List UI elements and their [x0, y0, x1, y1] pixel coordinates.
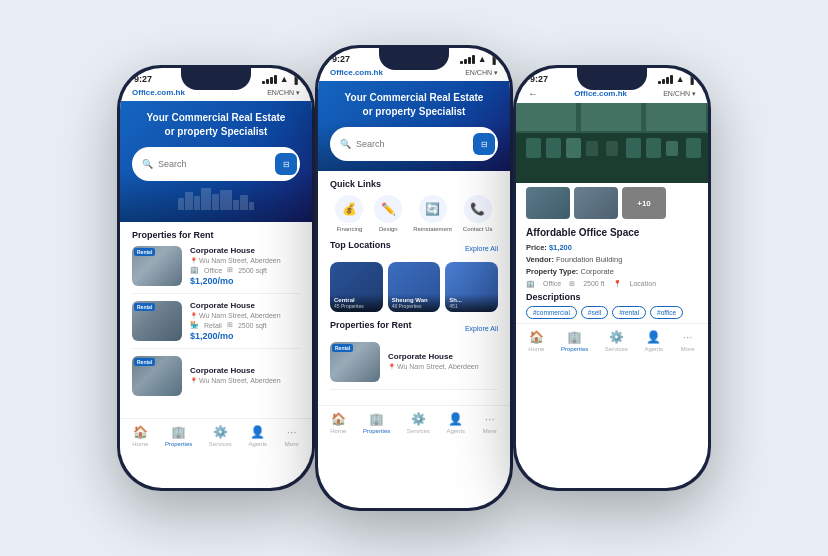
nav-services-right[interactable]: ⚙️ Services	[605, 329, 628, 352]
lang-selector-right[interactable]: EN/CHN ▾	[663, 90, 696, 98]
property-detail-image	[516, 103, 708, 183]
tag-office[interactable]: #office	[650, 306, 683, 319]
detail-type-value: Corporate	[580, 267, 613, 276]
wifi-icon-right: ▲	[676, 74, 685, 84]
status-icons-right: ▲ ▐	[658, 74, 694, 84]
nav-properties-center[interactable]: 🏢 Properties	[363, 411, 390, 434]
nav-more-right[interactable]: ··· More	[680, 329, 696, 352]
lang-selector-left[interactable]: EN/CHN ▾	[267, 89, 300, 97]
filter-button-left[interactable]: ⊟	[275, 153, 297, 175]
tag-commercial[interactable]: #commercial	[526, 306, 577, 319]
property-info-3: Corporate House 📍 Wu Nam Street, Aberdee…	[190, 366, 300, 386]
property-meta-2: 🏪 Retail ⊞ 2500 sqft	[190, 321, 300, 329]
search-icon-left: 🔍	[142, 159, 153, 169]
thumbnail-more[interactable]: +10	[622, 187, 666, 219]
property-name-center-1: Corporate House	[388, 352, 498, 361]
explore-all-locations[interactable]: Explore All	[465, 245, 498, 252]
location-third[interactable]: Sh... 451	[445, 262, 498, 312]
search-icon-center: 🔍	[340, 139, 351, 149]
nav-agents-center[interactable]: 👤 Agents	[446, 411, 465, 434]
agents-icon: 👤	[250, 424, 266, 440]
logo-right: Office.com.hk	[574, 89, 627, 98]
nav-agents-right[interactable]: 👤 Agents	[644, 329, 663, 352]
search-input-center[interactable]	[356, 139, 468, 149]
chevron-down-icon-center: ▾	[494, 69, 498, 77]
bottom-nav-left: 🏠 Home 🏢 Properties ⚙️ Services 👤 Agents…	[120, 418, 312, 455]
property-image-3: Rental	[132, 356, 182, 396]
property-location-1: 📍 Wu Nam Street, Aberdeen	[190, 257, 300, 264]
city-skyline-left	[132, 185, 300, 210]
nav-properties-left[interactable]: 🏢 Properties	[165, 424, 192, 447]
quick-link-reinstatement[interactable]: 🔄 Reinstatement	[413, 195, 452, 232]
descriptions-title: Descriptions	[526, 292, 698, 302]
filter-button-center[interactable]: ⊟	[473, 133, 495, 155]
phone-center: 9:27 ▲ ▐ Office.com.hk EN/CHN ▾ Your Com…	[315, 45, 513, 511]
contact-icon: 📞	[464, 195, 492, 223]
back-button[interactable]: ←	[528, 88, 538, 99]
wifi-icon-center: ▲	[478, 54, 487, 64]
search-bar-center[interactable]: 🔍 ⊟	[330, 127, 498, 161]
property-card-2[interactable]: Rental Corporate House 📍 Wu Nam Street, …	[132, 301, 300, 349]
tags-container: #commercial #sell #rental #office	[526, 306, 698, 319]
property-card-center-1[interactable]: Rental Corporate House 📍 Wu Nam Street, …	[330, 342, 498, 390]
detail-price-row: Price: $1,200	[526, 243, 698, 252]
phone-left: 9:27 ▲ ▐ Office.com.hk EN/CHN ▾ Your Com…	[117, 65, 315, 491]
svg-rect-7	[626, 138, 641, 158]
property-card-1[interactable]: Rental Corporate House 📍 Wu Nam Street, …	[132, 246, 300, 294]
location-central[interactable]: Central 45 Properties	[330, 262, 383, 312]
home-icon-right: 🏠	[528, 329, 544, 345]
location-third-count: 451	[449, 303, 494, 309]
hero-center: Your Commercial Real Estate or property …	[318, 81, 510, 171]
reinstatement-icon: 🔄	[419, 195, 447, 223]
nav-agents-left[interactable]: 👤 Agents	[248, 424, 267, 447]
quick-link-contact[interactable]: 📞 Contact Us	[463, 195, 493, 232]
hero-title-left: Your Commercial Real Estate or property …	[132, 111, 300, 139]
properties-icon: 🏢	[171, 424, 187, 440]
size-icon-1: ⊞	[227, 266, 233, 274]
property-price-1: $1,200/mo	[190, 276, 300, 286]
lang-selector-center[interactable]: EN/CHN ▾	[465, 69, 498, 77]
tag-rental[interactable]: #rental	[612, 306, 646, 319]
property-location-2: 📍 Wu Nam Street, Aberdeen	[190, 312, 300, 319]
chevron-down-icon: ▾	[296, 89, 300, 97]
svg-rect-2	[526, 138, 541, 158]
location-sheung-wan[interactable]: Sheung Wan 46 Properties	[388, 262, 441, 312]
notch-right	[577, 68, 647, 90]
thumbnail-1[interactable]	[526, 187, 570, 219]
thumbnail-2[interactable]	[574, 187, 618, 219]
location-icon-2: 📍	[190, 312, 197, 319]
nav-properties-right[interactable]: 🏢 Properties	[561, 329, 588, 352]
quick-links-title: Quick Links	[330, 179, 498, 189]
tag-sell[interactable]: #sell	[581, 306, 608, 319]
locations-row: Central 45 Properties Sheung Wan 46 Prop…	[330, 262, 498, 312]
rental-badge-2: Rental	[134, 303, 155, 311]
nav-more-center[interactable]: ··· More	[482, 411, 498, 434]
nav-home-right[interactable]: 🏠 Home	[528, 329, 544, 352]
search-input-left[interactable]	[158, 159, 270, 169]
quick-link-design[interactable]: ✏️ Design	[374, 195, 402, 232]
svg-rect-13	[646, 103, 706, 131]
meta-office-icon: 🏢	[526, 280, 535, 288]
svg-rect-9	[666, 141, 678, 156]
nav-more-left[interactable]: ··· More	[284, 424, 300, 447]
battery-icon: ▐	[292, 74, 298, 84]
nav-home-left[interactable]: 🏠 Home	[132, 424, 148, 447]
quick-link-financing[interactable]: 💰 Financing	[335, 195, 363, 232]
hero-left: Your Commercial Real Estate or property …	[120, 101, 312, 222]
contact-label: Contact Us	[463, 226, 493, 232]
agents-icon-right: 👤	[646, 329, 662, 345]
rental-badge-center-1: Rental	[332, 344, 353, 352]
nav-services-center[interactable]: ⚙️ Services	[407, 411, 430, 434]
search-bar-left[interactable]: 🔍 ⊟	[132, 147, 300, 181]
content-center: Quick Links 💰 Financing ✏️ Design 🔄 Rein…	[318, 171, 510, 405]
nav-services-left[interactable]: ⚙️ Services	[209, 424, 232, 447]
more-icon-center: ···	[482, 411, 498, 427]
location-central-overlay: Central 45 Properties	[330, 294, 383, 312]
nav-home-center[interactable]: 🏠 Home	[330, 411, 346, 434]
services-icon: ⚙️	[212, 424, 228, 440]
design-label: Design	[379, 226, 398, 232]
explore-all-properties[interactable]: Explore All	[465, 325, 498, 332]
svg-rect-6	[606, 141, 618, 156]
property-card-3[interactable]: Rental Corporate House 📍 Wu Nam Street, …	[132, 356, 300, 403]
rental-badge-3: Rental	[134, 358, 155, 366]
